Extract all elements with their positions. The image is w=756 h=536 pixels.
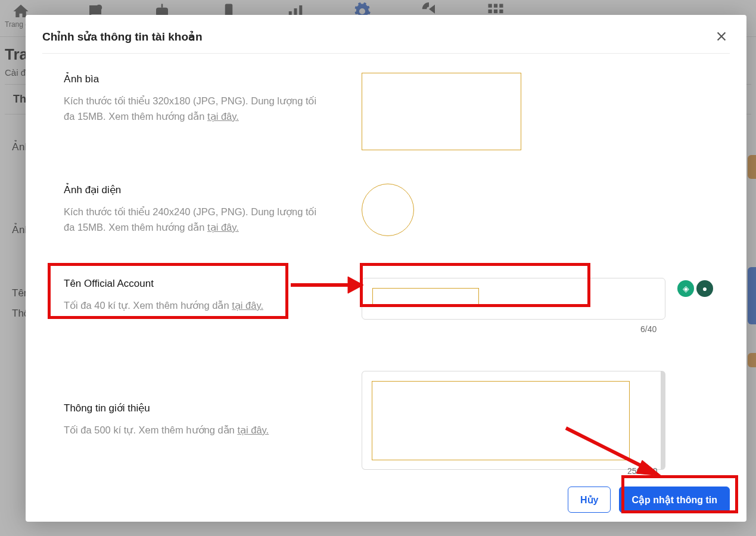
modal-form: Ảnh bìa Kích thước tối thiểu 320x180 (JP… [42,54,730,513]
close-icon [715,30,728,43]
row-intro: Thông tin giới thiệu Tối đa 500 kí tự. X… [64,371,730,470]
intro-hint-text: Tối đa 500 kí tự. Xem thêm hướng dẫn [64,425,237,435]
intro-field-wrap: 256/500 [362,371,665,470]
avatar-hint-link[interactable]: tại đây. [207,222,239,233]
name-hint-text: Tối đa 40 kí tự. Xem thêm hướng dẫn [64,300,232,311]
cover-label: Ảnh bìa [64,73,326,85]
close-button[interactable] [713,28,730,45]
row-avatar: Ảnh đại diện Kích thước tối thiểu 240x24… [64,184,730,236]
name-hint-link[interactable]: tại đây. [232,300,263,311]
avatar-hint: Kích thước tối thiểu 240x240 (JPG, PNG).… [64,205,326,235]
modal-actions: Hủy Cập nhật thông tin [64,487,730,513]
intro-hint-link[interactable]: tại đây. [237,425,269,435]
row-name: Tên Official Account Tối đa 40 kí tự. Xe… [64,278,730,320]
intro-label: Thông tin giới thiệu [64,402,326,414]
edit-account-modal: Chỉnh sửa thông tin tài khoản Ảnh bìa Kí… [26,15,746,522]
intro-input-highlight [372,381,630,460]
cancel-button[interactable]: Hủy [568,487,611,513]
intro-textarea[interactable]: 256/500 [362,371,665,470]
intro-char-counter: 256/500 [627,466,658,476]
row-cover: Ảnh bìa Kích thước tối thiểu 320x180 (JP… [64,73,730,150]
modal-title: Chỉnh sửa thông tin tài khoản [42,30,203,44]
submit-button-label: Cập nhật thông tin [631,494,717,506]
cover-hint: Kích thước tối thiểu 320x180 (JPG, PNG).… [64,94,326,124]
cover-preview[interactable] [362,73,521,150]
avatar-hint-text: Kích thước tối thiểu 240x240 (JPG, PNG).… [64,206,316,233]
name-char-counter: 6/40 [640,324,657,334]
name-input-highlight [372,288,479,305]
cancel-button-label: Hủy [580,494,598,506]
name-label: Tên Official Account [64,278,326,290]
modal-header: Chỉnh sửa thông tin tài khoản [42,28,730,54]
submit-button[interactable]: Cập nhật thông tin [619,487,730,513]
emoji-chip-1[interactable]: ◈ [677,280,694,297]
cover-hint-link[interactable]: tại đây. [207,111,239,122]
cover-hint-text: Kích thước tối thiểu 320x180 (JPG, PNG).… [64,95,316,122]
avatar-label: Ảnh đại diện [64,184,326,196]
intro-hint: Tối đa 500 kí tự. Xem thêm hướng dẫn tại… [64,423,326,438]
avatar-preview[interactable] [362,184,414,236]
emoji-suggestions: ◈ ● [677,280,713,297]
name-field-wrap: ◈ ● 6/40 [362,278,665,320]
emoji-chip-2[interactable]: ● [696,280,713,297]
name-hint: Tối đa 40 kí tự. Xem thêm hướng dẫn tại … [64,298,326,314]
